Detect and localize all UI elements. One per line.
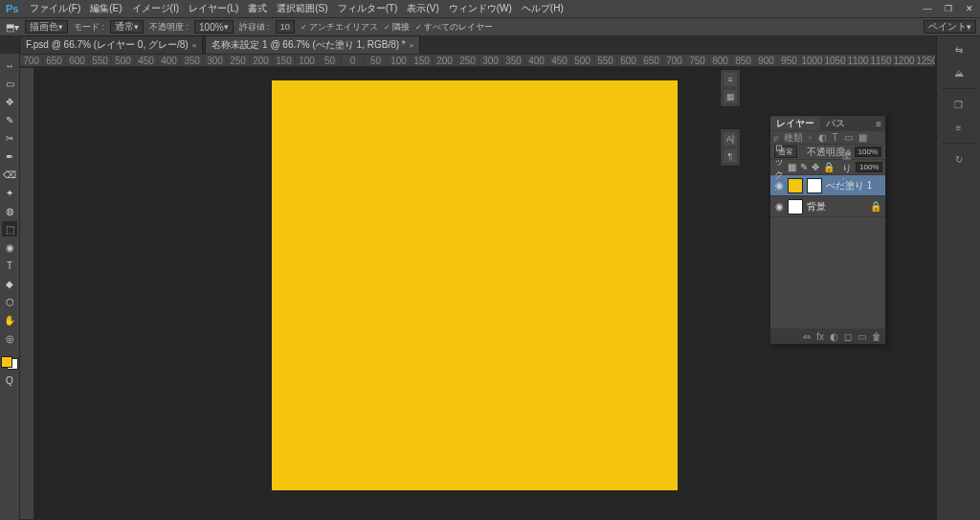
- layer-fx-icon[interactable]: fx: [816, 331, 824, 342]
- bucket-tool-icon[interactable]: ⬒▾: [6, 22, 19, 33]
- lasso-tool[interactable]: ✥: [2, 94, 17, 109]
- adjustments-panel-icon[interactable]: ⛰: [949, 65, 969, 80]
- lock-position-icon[interactable]: ✥: [812, 162, 819, 172]
- layer-thumbnail[interactable]: [788, 199, 803, 215]
- visibility-icon[interactable]: ◉: [774, 180, 784, 191]
- type-tool[interactable]: T: [2, 258, 17, 273]
- filter-type-icon[interactable]: T: [833, 132, 838, 143]
- quickmask-toggle[interactable]: Q: [2, 373, 17, 388]
- tolerance-label: 許容値 :: [239, 21, 270, 34]
- filter-adjust-icon[interactable]: ◐: [818, 132, 827, 143]
- move-tool[interactable]: ↔: [2, 57, 17, 73]
- hand-tool[interactable]: ✋: [2, 312, 17, 328]
- properties-panel-icon[interactable]: ≡: [949, 120, 969, 135]
- menu-help[interactable]: ヘルプ(H): [522, 2, 564, 15]
- filter-kind-dropdown[interactable]: 種類: [784, 131, 803, 145]
- layer-row[interactable]: ◉ べた塗り 1: [770, 175, 885, 196]
- close-button[interactable]: ✕: [959, 0, 980, 17]
- zoom-tool[interactable]: ◎: [2, 330, 17, 346]
- layer-name[interactable]: 背景: [807, 200, 826, 214]
- pen-tool[interactable]: ◆: [2, 276, 17, 291]
- all-layers-checkbox[interactable]: すべてのレイヤー: [415, 21, 493, 34]
- tab-layers[interactable]: レイヤー: [770, 117, 820, 130]
- eyedropper-tool[interactable]: ✒: [2, 148, 17, 164]
- lock-transparency-icon[interactable]: ▦: [788, 162, 796, 172]
- panel-icon[interactable]: ≡: [724, 73, 737, 86]
- layer-row[interactable]: ◉ 背景 🔒: [770, 196, 885, 217]
- stamp-tool[interactable]: ✦: [2, 185, 17, 200]
- character-panel-icon[interactable]: A|: [724, 132, 737, 146]
- history-panel-icon[interactable]: ⇆: [949, 42, 969, 57]
- collapsed-panel-2[interactable]: A| ¶: [720, 128, 741, 167]
- menu-bar: Ps ファイル(F) 編集(E) イメージ(I) レイヤー(L) 書式 選択範囲…: [0, 0, 980, 17]
- panel-icon[interactable]: ▦: [724, 90, 737, 103]
- menu-type[interactable]: 書式: [248, 2, 267, 15]
- antialias-checkbox[interactable]: アンチエイリアス: [301, 21, 378, 34]
- layer-mask-thumbnail[interactable]: [807, 178, 822, 193]
- visibility-icon[interactable]: ◉: [774, 201, 784, 212]
- navigator-panel-icon[interactable]: ❐: [949, 97, 969, 112]
- minimize-button[interactable]: —: [917, 0, 938, 17]
- options-bar: ⬒▾ 描画色 ▾ モード : 通常 ▾ 不透明度 : 100% ▾ 許容値 : …: [0, 17, 980, 36]
- menu-edit[interactable]: 編集(E): [90, 2, 122, 15]
- eraser-tool[interactable]: ◍: [2, 203, 17, 218]
- tolerance-input[interactable]: 10: [276, 20, 295, 34]
- maximize-button[interactable]: ❐: [938, 0, 959, 17]
- wand-tool[interactable]: ✎: [2, 112, 17, 127]
- fill-source-dropdown[interactable]: 描画色 ▾: [25, 20, 68, 34]
- layer-name[interactable]: べた塗り 1: [826, 179, 872, 192]
- document-canvas[interactable]: [272, 80, 678, 490]
- bucket-tool[interactable]: ⬚: [2, 221, 17, 237]
- mode-dropdown[interactable]: 通常 ▾: [110, 20, 144, 34]
- app-logo: Ps: [6, 3, 18, 14]
- tab-paths[interactable]: パス: [820, 117, 851, 130]
- menu-view[interactable]: 表示(V): [407, 2, 438, 15]
- actions-panel-icon[interactable]: ↻: [949, 151, 969, 167]
- menu-select[interactable]: 選択範囲(S): [277, 2, 327, 15]
- divider: [942, 88, 976, 89]
- close-icon[interactable]: ×: [410, 41, 414, 50]
- shape-tool[interactable]: ⬡: [2, 294, 17, 309]
- link-layers-icon[interactable]: ⇔: [803, 331, 811, 342]
- menu-filter[interactable]: フィルター(T): [338, 2, 398, 15]
- collapsed-panel-1[interactable]: ≡ ▦: [720, 69, 741, 107]
- brush-tool[interactable]: ⌫: [2, 167, 17, 182]
- new-group-icon[interactable]: ◻: [844, 331, 852, 342]
- delete-layer-icon[interactable]: 🗑: [872, 331, 881, 342]
- ruler-horizontal[interactable]: 7006506005505004504003503002502001501005…: [19, 54, 936, 67]
- paragraph-panel-icon[interactable]: ¶: [724, 149, 737, 163]
- crop-tool[interactable]: ✂: [2, 130, 17, 146]
- document-tab-1[interactable]: F.psd @ 66.7% (レイヤー 0, グレー/8)×: [19, 35, 203, 54]
- lock-all-icon[interactable]: 🔒: [823, 162, 835, 172]
- menu-window[interactable]: ウィンドウ(W): [449, 2, 512, 15]
- layers-panel: レイヤー パス ≡ ρ 種類 ▫ ◐ T ▭ ▦ 通常 不透明度 : 100% …: [769, 115, 886, 345]
- window-controls: — ❐ ✕: [917, 0, 980, 17]
- contiguous-checkbox[interactable]: 隣接: [384, 21, 410, 34]
- opacity-input[interactable]: 100% ▾: [194, 20, 234, 34]
- opacity-label: 不透明度 :: [149, 21, 189, 34]
- filter-pixel-icon[interactable]: ▫: [809, 132, 813, 143]
- panel-menu-icon[interactable]: ≡: [872, 119, 885, 129]
- layer-mask-icon[interactable]: ◐: [830, 331, 838, 342]
- document-tabs: F.psd @ 66.7% (レイヤー 0, グレー/8)× 名称未設定 1 @…: [0, 36, 980, 54]
- filter-kind-label: ρ: [774, 134, 778, 141]
- menu-image[interactable]: イメージ(I): [132, 2, 179, 15]
- layer-fill-input[interactable]: 100%: [856, 162, 882, 172]
- close-icon[interactable]: ×: [192, 41, 197, 50]
- ruler-vertical[interactable]: [19, 67, 34, 520]
- lock-pixels-icon[interactable]: ✎: [800, 162, 808, 172]
- workspace-switcher[interactable]: ペイント ▾: [924, 20, 976, 34]
- color-swatches[interactable]: [1, 352, 18, 370]
- menu-layer[interactable]: レイヤー(L): [189, 2, 238, 15]
- marquee-tool[interactable]: ▭: [2, 76, 17, 91]
- filter-smart-icon[interactable]: ▦: [858, 132, 867, 143]
- layer-opacity-input[interactable]: 100%: [855, 147, 881, 157]
- layer-thumbnail[interactable]: [788, 178, 803, 193]
- layers-panel-footer: ⇔ fx ◐ ◻ ▭ 🗑: [770, 328, 885, 344]
- document-tab-2[interactable]: 名称未設定 1 @ 66.7% (べた塗り 1, RGB/8) *×: [205, 35, 420, 54]
- filter-shape-icon[interactable]: ▭: [844, 132, 853, 143]
- foreground-color-swatch[interactable]: [1, 356, 12, 368]
- menu-file[interactable]: ファイル(F): [30, 2, 80, 15]
- new-layer-icon[interactable]: ▭: [858, 331, 866, 342]
- blur-tool[interactable]: ◉: [2, 239, 17, 255]
